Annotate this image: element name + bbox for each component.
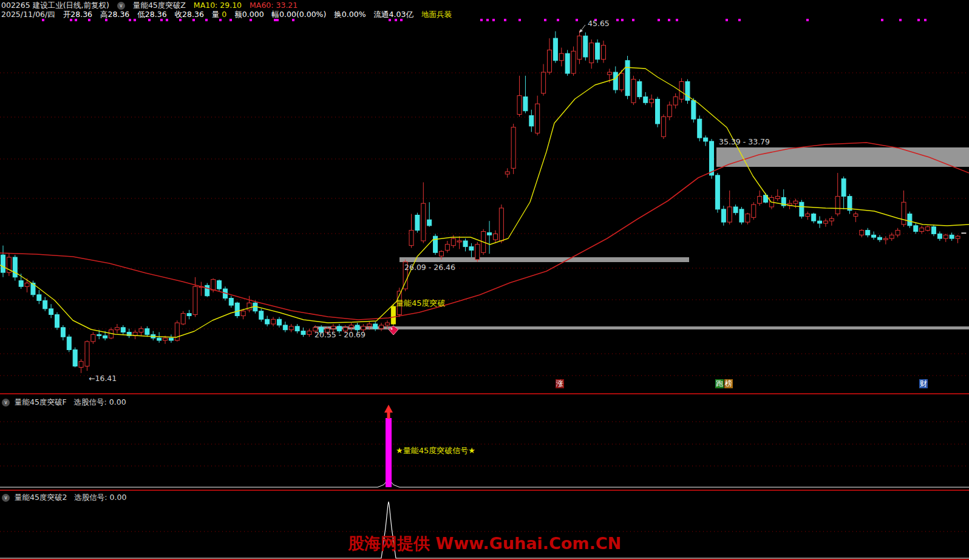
quote-sector[interactable]: 地面兵装 — [421, 10, 452, 19]
chevron-down-icon[interactable]: ∨ — [2, 399, 10, 407]
panel1-star-label: ★量能45度突破信号★ — [396, 445, 475, 456]
main-indicator-name[interactable]: 量能45度突破Z — [133, 1, 186, 10]
news-badge[interactable]: 榜 — [724, 379, 733, 388]
news-badge[interactable]: 跑 — [715, 379, 724, 388]
stock-title[interactable]: 002265 建设工业(日线,前复权) — [1, 1, 109, 10]
panel1-indicator-name[interactable]: 量能45度突破F — [15, 397, 67, 407]
quote-volume-value: 0 — [222, 10, 226, 19]
panel2-signal-value: 选股信号: 0.00 — [74, 493, 126, 502]
ma60-value: MA60: 33.21 — [250, 1, 298, 10]
ma10-value: MA10: 29.10 — [194, 1, 242, 10]
quote-info-bar: 2025/11/06/四 开28.36 高28.36 低28.36 收28.36… — [1, 10, 457, 20]
panel2-header: ∨ 量能45度突破2 选股信号: 0.00 — [2, 493, 126, 503]
quote-close: 收28.36 — [175, 10, 204, 19]
quote-high: 高28.36 — [100, 10, 129, 19]
quote-date: 2025/11/06/四 — [1, 10, 55, 19]
quote-open: 开28.36 — [63, 10, 92, 19]
band-label: 20.55 - 20.69 — [314, 330, 365, 339]
breakout-signal-label: 量能45度突破 — [396, 298, 446, 309]
quote-low: 低28.36 — [137, 10, 166, 19]
panel1-header: ∨ 量能45度突破F 选股信号: 0.00 — [2, 397, 126, 408]
panel1-signal-value: 选股信号: 0.00 — [74, 397, 126, 407]
main-candlestick-chart[interactable] — [0, 0, 969, 560]
band-label: 26.09 - 26.46 — [404, 263, 455, 272]
quote-amount: 额0.000 — [234, 10, 264, 19]
low-price-label: ←16.41 — [89, 374, 117, 383]
chevron-down-icon[interactable]: ∨ — [117, 2, 125, 10]
tdx-chart-window: 002265 建设工业(日线,前复权) ∨ 量能45度突破Z MA10: 29.… — [0, 0, 969, 560]
peak-price-label: 45.65 — [588, 19, 610, 28]
news-badge[interactable]: 涨 — [556, 379, 564, 388]
quote-float-shares: 流通4.03亿 — [374, 10, 413, 19]
chevron-down-icon[interactable]: ∨ — [2, 494, 10, 502]
quote-change: 幅0.00(0.00%) — [272, 10, 327, 19]
panel2-indicator-name[interactable]: 量能45度突破2 — [15, 493, 67, 502]
quote-turnover: 换0.00% — [334, 10, 365, 19]
band-label: 35.39 - 33.79 — [719, 137, 770, 146]
quote-volume-label: 量 — [212, 10, 220, 19]
news-badge[interactable]: 财 — [919, 379, 928, 388]
site-watermark: 股海网提供 Www.Guhai.Com.CN — [348, 533, 621, 555]
